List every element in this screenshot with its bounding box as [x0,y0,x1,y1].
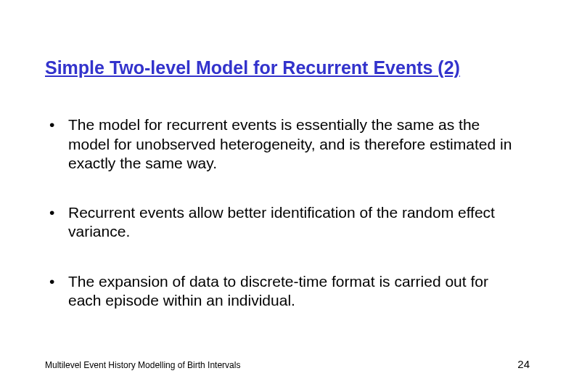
page-number: 24 [517,358,530,370]
slide-title: Simple Two-level Model for Recurrent Eve… [45,57,521,79]
list-item: The model for recurrent events is essent… [45,115,521,173]
bullet-list: The model for recurrent events is essent… [45,115,521,310]
slide: Simple Two-level Model for Recurrent Eve… [0,0,566,392]
footer-text: Multilevel Event History Modelling of Bi… [45,360,240,370]
list-item: Recurrent events allow better identifica… [45,203,521,242]
list-item: The expansion of data to discrete-time f… [45,272,521,311]
